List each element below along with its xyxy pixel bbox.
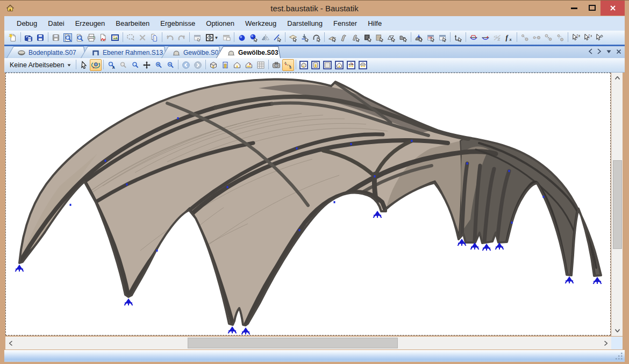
animation-path-button[interactable]: AB	[282, 59, 294, 71]
new-arch-button[interactable]	[311, 32, 323, 44]
select-beam-button[interactable]	[350, 32, 362, 44]
print-preview-button[interactable]	[62, 32, 74, 44]
new-workplane-button[interactable]	[287, 32, 299, 44]
maximize-button[interactable]	[589, 5, 596, 11]
view-home-button[interactable]	[231, 59, 243, 71]
zoom-in-button[interactable]	[153, 59, 165, 71]
open-project-button[interactable]	[23, 32, 34, 44]
zoom-out-button[interactable]	[165, 59, 176, 71]
menu-erzeugen[interactable]: Erzeugen	[70, 17, 111, 30]
result-moment-button[interactable]	[468, 32, 480, 44]
zoom-previous-button[interactable]	[117, 59, 129, 71]
view-isometric-button[interactable]	[208, 59, 219, 71]
minimize-button[interactable]	[571, 8, 577, 9]
select-node-button[interactable]	[248, 32, 260, 44]
menu-hilfe[interactable]: Hilfe	[362, 17, 387, 30]
select-point-button[interactable]	[594, 32, 605, 44]
redo-button[interactable]	[176, 32, 188, 44]
menu-werkzeug[interactable]: Werkzeug	[240, 17, 282, 30]
export-image-button[interactable]	[109, 32, 121, 44]
new-beam-button[interactable]	[338, 32, 350, 44]
viewport-3d-button[interactable]	[298, 59, 310, 71]
zoom-dynamic-button[interactable]	[129, 59, 141, 71]
pointer-button[interactable]	[78, 59, 90, 71]
viewport-plain-button[interactable]	[321, 59, 333, 71]
couple-nodes-1-button[interactable]	[519, 32, 531, 44]
menu-datei[interactable]: Datei	[42, 17, 69, 30]
select-member-button[interactable]: [m]	[570, 32, 582, 44]
vertical-scroll-thumb[interactable]	[613, 160, 622, 249]
menu-optionen[interactable]: Optionen	[201, 17, 240, 30]
horizontal-scrollbar[interactable]	[5, 337, 611, 349]
title-bar[interactable]: test.baustatik - Baustatik	[0, 1, 629, 16]
menu-debug[interactable]: Debug	[11, 17, 42, 30]
new-slab-button[interactable]	[374, 32, 385, 44]
new-document-button[interactable]	[7, 32, 19, 44]
load-window-button[interactable]	[425, 32, 437, 44]
render-mode-button[interactable]: ▼	[203, 32, 220, 44]
scroll-up-icon[interactable]	[613, 74, 621, 82]
menu-bearbeiten[interactable]: Bearbeiten	[110, 17, 155, 30]
select-node-mode-button[interactable]: [x]	[582, 32, 594, 44]
load-select-button[interactable]	[437, 32, 448, 44]
tab-ebener-rahmen-s13[interactable]: Ebener Rahmen.S13	[81, 46, 167, 58]
new-wall-button[interactable]	[362, 32, 374, 44]
print-button[interactable]	[85, 32, 97, 44]
menu-fenster[interactable]: Fenster	[328, 17, 362, 30]
menu-darstellung[interactable]: Darstellung	[282, 17, 328, 30]
viewport-front-button[interactable]	[310, 59, 321, 71]
mirror-button[interactable]	[260, 32, 271, 44]
workplane-dropdown[interactable]: Keine Arbeitseben	[8, 60, 74, 70]
tab-scroll-right-icon[interactable]	[597, 48, 602, 54]
undo-button[interactable]	[164, 32, 176, 44]
menu-ergebnisse[interactable]: Ergebnisse	[155, 17, 201, 30]
snapshot-button[interactable]	[270, 59, 282, 71]
tab-close-icon[interactable]	[616, 49, 621, 54]
detach-view-button[interactable]	[220, 32, 232, 44]
viewport-house-button[interactable]	[333, 59, 345, 71]
load-area-button[interactable]	[413, 32, 425, 44]
save-all-button[interactable]	[50, 32, 62, 44]
scroll-left-icon[interactable]	[6, 339, 15, 347]
viewport-dome-button[interactable]	[357, 59, 369, 71]
couple-nodes-3-button[interactable]	[542, 32, 554, 44]
properties-button[interactable]	[191, 32, 203, 44]
zoom-window-button[interactable]: A	[105, 59, 117, 71]
tab-gew-lbe-s03[interactable]: Gewölbe.S03	[161, 46, 221, 58]
new-line-button[interactable]	[271, 32, 283, 44]
new-node-button[interactable]	[236, 32, 248, 44]
couple-nodes-2-button[interactable]	[531, 32, 542, 44]
copy-button[interactable]	[148, 32, 160, 44]
close-button[interactable]	[601, 1, 625, 16]
horizontal-scroll-thumb[interactable]	[188, 338, 398, 348]
vertical-scrollbar[interactable]	[611, 73, 623, 336]
viewport-roof-button[interactable]	[345, 59, 357, 71]
tab-gew-lbe-s03[interactable]: Gewölbe.S03	[216, 46, 281, 58]
tab-bodenplatte-s07[interactable]: Bodenplatte.S07	[6, 46, 86, 58]
couple-nodes-4-button[interactable]	[554, 32, 566, 44]
view-previous-button[interactable]	[180, 59, 192, 71]
resize-grip-icon[interactable]	[616, 353, 623, 360]
view-next-button[interactable]	[192, 59, 204, 71]
result-shear-button[interactable]	[480, 32, 491, 44]
scroll-right-icon[interactable]	[602, 339, 610, 347]
new-plate-button[interactable]	[326, 32, 338, 44]
new-truss-button[interactable]	[385, 32, 397, 44]
scroll-down-icon[interactable]	[613, 326, 621, 335]
new-frame-button[interactable]	[397, 32, 409, 44]
view-section-button[interactable]	[243, 59, 255, 71]
tab-list-icon[interactable]	[606, 49, 611, 54]
orbit-button[interactable]	[90, 59, 102, 71]
result-function-button[interactable]: fx	[503, 32, 515, 44]
result-z2-button[interactable]: z2	[491, 32, 503, 44]
local-axis-button[interactable]	[452, 32, 464, 44]
pan-button[interactable]	[141, 59, 153, 71]
page-preview-button[interactable]	[74, 32, 85, 44]
delete-button[interactable]	[137, 32, 148, 44]
save-button[interactable]	[34, 32, 46, 44]
model-viewport[interactable]	[5, 73, 611, 336]
view-front-button[interactable]	[219, 59, 231, 71]
toggle-grid-button[interactable]	[255, 59, 267, 71]
tab-scroll-left-icon[interactable]	[588, 48, 592, 54]
new-support-button[interactable]	[299, 32, 311, 44]
